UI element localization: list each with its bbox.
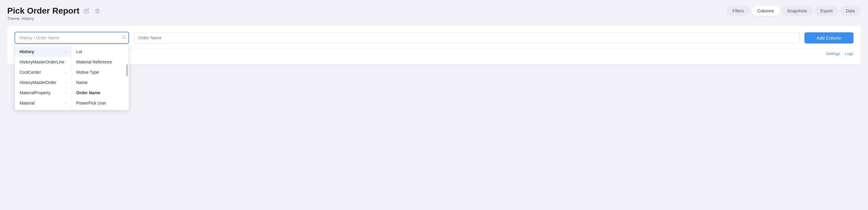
- chevron-right-icon: ›: [65, 81, 66, 84]
- dropdown-right-item-material-reference[interactable]: Material Reference: [71, 57, 129, 67]
- dropdown-right-label: Material Reference: [76, 59, 112, 64]
- page-title: Pick Order Report: [7, 6, 80, 16]
- dropdown-right-item-powerpick-user[interactable]: PowerPick User: [71, 98, 129, 108]
- dropdown-right-label: Order Name: [76, 90, 100, 95]
- column-name-input[interactable]: [134, 32, 800, 44]
- search-dropdown: History › HistoryMasterOrderLine › CostC…: [14, 45, 129, 110]
- dropdown-left-label: CostCenter: [20, 70, 41, 75]
- dropdown-left-item-history-master-order[interactable]: HistoryMasterOrder ›: [15, 77, 71, 88]
- trash-icon: [95, 8, 100, 14]
- dropdown-left-item-history-master-order-line[interactable]: HistoryMasterOrderLine ›: [15, 57, 71, 67]
- search-icon: [122, 35, 126, 41]
- chevron-right-icon: ›: [65, 101, 66, 105]
- dropdown-right-item-motive-type[interactable]: Motive Type: [71, 67, 129, 77]
- dropdown-left-label: HistoryMasterOrder: [20, 80, 56, 85]
- dropdown-left-label: MaterialProperty: [20, 90, 51, 95]
- dropdown-right-label: Name: [76, 80, 87, 85]
- chevron-right-icon: ›: [65, 71, 66, 74]
- version-actions: Settings Logs: [826, 51, 854, 56]
- svg-line-1: [125, 38, 126, 39]
- column-builder-row: History › HistoryMasterOrderLine › CostC…: [14, 32, 854, 44]
- dropdown-left-item-cost-center[interactable]: CostCenter ›: [15, 67, 71, 77]
- chevron-right-icon: ›: [65, 91, 66, 95]
- dropdown-left-label: History: [20, 49, 34, 54]
- tab-data[interactable]: Data: [840, 6, 861, 16]
- settings-link[interactable]: Settings: [826, 51, 840, 56]
- dropdown-right-item-order-name[interactable]: Order Name: [71, 88, 129, 98]
- tab-columns[interactable]: Columns: [751, 6, 780, 16]
- chevron-right-icon: ›: [65, 60, 66, 64]
- delete-button[interactable]: [93, 7, 101, 15]
- dropdown-left-item-history[interactable]: History ›: [15, 47, 71, 57]
- title-area: Pick Order Report: [7, 6, 101, 21]
- search-input[interactable]: [14, 32, 129, 44]
- dropdown-right-item-name[interactable]: Name: [71, 77, 129, 88]
- add-column-button[interactable]: Add Column: [804, 32, 854, 44]
- main-card: History › HistoryMasterOrderLine › CostC…: [7, 26, 861, 64]
- dropdown-right-item-lot[interactable]: Lot: [71, 47, 129, 57]
- dropdown-scrollbar: [126, 64, 128, 76]
- dropdown-right-label: Motive Type: [76, 70, 99, 75]
- dropdown-left-label: Material: [20, 101, 35, 105]
- edit-icon: [84, 8, 89, 14]
- logs-link[interactable]: Logs: [845, 51, 854, 56]
- dropdown-left-item-material-property[interactable]: MaterialProperty ›: [15, 88, 71, 98]
- title-row: Pick Order Report: [7, 6, 101, 16]
- theme-label: Theme: History: [7, 16, 101, 21]
- tab-filters[interactable]: Filters: [726, 6, 750, 16]
- version-row: Vers 2022-11-01 Settings Logs: [14, 49, 854, 58]
- tab-export[interactable]: Export: [814, 6, 838, 16]
- page-header: Pick Order Report: [7, 6, 861, 21]
- tab-snapshots[interactable]: Snapshots: [781, 6, 813, 16]
- dropdown-right-label: PowerPick User: [76, 101, 106, 105]
- dropdown-right-label: Lot: [76, 49, 82, 54]
- chevron-right-icon: ›: [65, 50, 66, 53]
- dropdown-left-item-material[interactable]: Material ›: [15, 98, 71, 108]
- edit-button[interactable]: [83, 7, 90, 15]
- search-input-wrapper: History › HistoryMasterOrderLine › CostC…: [14, 32, 129, 44]
- dropdown-left-label: HistoryMasterOrderLine: [20, 59, 64, 64]
- dropdown-left-panel: History › HistoryMasterOrderLine › CostC…: [15, 45, 71, 110]
- dropdown-right-panel: Lot Material Reference Motive Type Name: [71, 45, 129, 110]
- tab-bar: Filters Columns Snapshots Export Data: [725, 6, 861, 16]
